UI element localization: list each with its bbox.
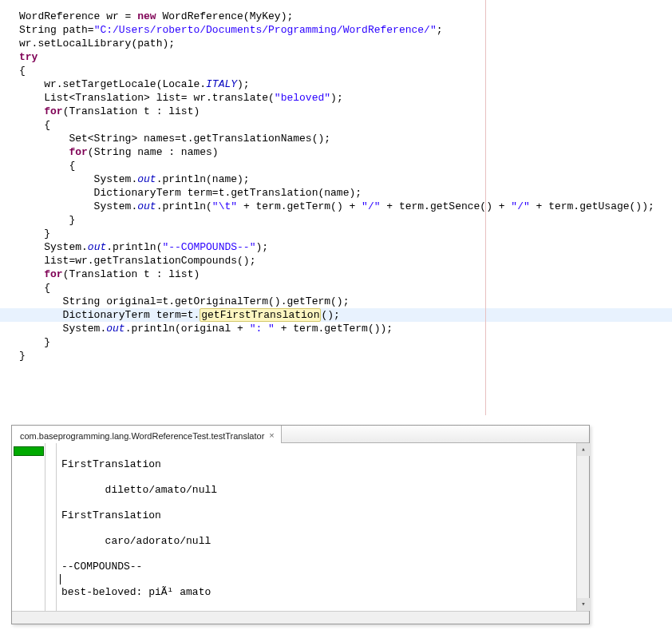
code-line: try bbox=[19, 50, 672, 64]
code-line: String original=t.getOriginalTerm().getT… bbox=[19, 295, 672, 308]
code-line: for(Translation t : list) bbox=[19, 267, 672, 281]
test-progress-bar bbox=[14, 446, 44, 456]
console-body: FirstTranslation diletto/amato/null Firs… bbox=[12, 443, 589, 611]
output-line: --COMPOUNDS-- bbox=[61, 561, 571, 573]
code-line: System.out.println("\t" + term.getTerm()… bbox=[19, 200, 672, 213]
tab-label: com.baseprogramming.lang.WordReferenceTe… bbox=[20, 431, 264, 441]
output-line: caro/adorato/null bbox=[61, 535, 571, 548]
code-line: List<Translation> list= wr.translate("be… bbox=[19, 91, 672, 105]
code-line: wr.setTargetLocale(Locale.ITALY); bbox=[19, 77, 672, 91]
code-line: { bbox=[19, 64, 672, 77]
code-line: { bbox=[19, 281, 672, 295]
print-margin bbox=[485, 0, 486, 415]
output-line: diletto/amato/null bbox=[61, 484, 571, 497]
close-icon[interactable]: × bbox=[269, 431, 274, 440]
console-panel: com.baseprogramming.lang.WordReferenceTe… bbox=[11, 425, 590, 624]
test-progress-column bbox=[12, 443, 45, 611]
text-caret bbox=[60, 574, 61, 585]
code-line: { bbox=[19, 118, 672, 132]
code-line: System.out.println(name); bbox=[19, 172, 672, 186]
tab-bar: com.baseprogramming.lang.WordReferenceTe… bbox=[12, 426, 589, 443]
output-line: FirstTranslation bbox=[61, 458, 571, 471]
code-line: } bbox=[19, 227, 672, 240]
code-line: } bbox=[19, 349, 672, 363]
code-line-highlighted: DictionaryTerm term=t.getFirstTranslatio… bbox=[0, 308, 672, 322]
code-line: System.out.println(original + ": " + ter… bbox=[19, 322, 672, 335]
scroll-up-icon[interactable]: ▴ bbox=[577, 443, 590, 456]
console-gutter bbox=[45, 443, 57, 611]
code-line: wr.setLocalLibrary(path); bbox=[19, 37, 672, 50]
code-line: { bbox=[19, 159, 672, 172]
code-editor[interactable]: WordReference wr = new WordReference(MyK… bbox=[0, 0, 672, 415]
scroll-down-icon[interactable]: ▾ bbox=[577, 598, 590, 611]
code-line: WordReference wr = new WordReference(MyK… bbox=[19, 10, 672, 23]
code-line: } bbox=[19, 335, 672, 349]
console-output[interactable]: FirstTranslation diletto/amato/null Firs… bbox=[57, 443, 576, 611]
code-line: System.out.println("--COMPOUNDS--"); bbox=[19, 240, 672, 254]
vertical-scrollbar[interactable]: ▴ ▾ bbox=[576, 443, 589, 611]
code-line: DictionaryTerm term=t.getTranslation(nam… bbox=[19, 186, 672, 200]
output-line: FirstTranslation bbox=[61, 509, 571, 522]
code-line: for(String name : names) bbox=[19, 145, 672, 159]
output-line: best-beloved: piÃ¹ amato bbox=[61, 586, 571, 599]
code-line: list=wr.getTranslationCompounds(); bbox=[19, 254, 672, 267]
console-tab[interactable]: com.baseprogramming.lang.WordReferenceTe… bbox=[12, 426, 282, 443]
code-line: } bbox=[19, 213, 672, 227]
code-line: for(Translation t : list) bbox=[19, 105, 672, 118]
horizontal-scrollbar[interactable] bbox=[12, 611, 589, 624]
code-line: Set<String> names=t.getTranslationNames(… bbox=[19, 132, 672, 145]
code-line: String path="C:/Users/roberto/Documents/… bbox=[19, 23, 672, 37]
